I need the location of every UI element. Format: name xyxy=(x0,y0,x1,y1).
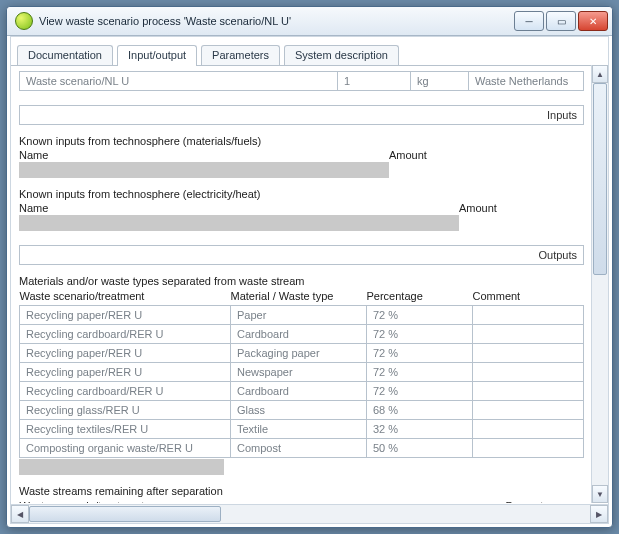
remaining-label: Waste streams remaining after separation xyxy=(19,485,584,497)
table-cell[interactable]: Textile xyxy=(231,420,367,439)
close-button[interactable]: ✕ xyxy=(578,11,608,31)
table-row[interactable]: Recycling cardboard/RER UCardboard72 % xyxy=(20,325,584,344)
separated-label: Materials and/or waste types separated f… xyxy=(19,275,584,287)
table-row[interactable]: Recycling cardboard/RER UCardboard72 % xyxy=(20,382,584,401)
table-cell[interactable]: Cardboard xyxy=(231,325,367,344)
horizontal-scrollbar[interactable]: ◀ ▶ xyxy=(11,504,608,523)
scroll-right-icon[interactable]: ▶ xyxy=(590,505,608,523)
table-cell[interactable]: 72 % xyxy=(367,306,473,325)
table-cell[interactable] xyxy=(473,344,584,363)
process-amount-cell[interactable]: 1 xyxy=(338,72,411,90)
known-inputs-eh-label: Known inputs from technosphere (electric… xyxy=(19,188,584,200)
table-row[interactable]: Composting organic waste/RER UCompost50 … xyxy=(20,439,584,458)
table-cell[interactable]: Packaging paper xyxy=(231,344,367,363)
table-cell[interactable] xyxy=(473,420,584,439)
table-cell[interactable] xyxy=(473,401,584,420)
minimize-button[interactable]: ─ xyxy=(514,11,544,31)
table-cell[interactable]: Recycling paper/RER U xyxy=(20,344,231,363)
window-frame: View waste scenario process 'Waste scena… xyxy=(6,6,613,528)
table-cell[interactable] xyxy=(473,363,584,382)
col-amount: Amount xyxy=(389,149,427,161)
process-summary-row: Waste scenario/NL U 1 kg Waste Netherlan… xyxy=(19,71,584,91)
scroll-left-icon[interactable]: ◀ xyxy=(11,505,29,523)
table-cell[interactable] xyxy=(473,306,584,325)
vertical-scrollbar[interactable]: ▲ ▼ xyxy=(591,65,608,503)
tab-documentation[interactable]: Documentation xyxy=(17,45,113,65)
table-cell[interactable]: Recycling glass/RER U xyxy=(20,401,231,420)
table-cell[interactable]: Recycling cardboard/RER U xyxy=(20,382,231,401)
table-cell[interactable]: Recycling textiles/RER U xyxy=(20,420,231,439)
scroll-up-icon[interactable]: ▲ xyxy=(592,65,608,83)
table-row[interactable]: Recycling paper/RER UPaper72 % xyxy=(20,306,584,325)
table-cell[interactable]: Glass xyxy=(231,401,367,420)
col-percentage: Percentage xyxy=(367,288,473,306)
tab-system-description[interactable]: System description xyxy=(284,45,399,65)
table-cell[interactable]: 32 % xyxy=(367,420,473,439)
col-amount: Amount xyxy=(459,202,497,214)
table-cell[interactable]: 72 % xyxy=(367,382,473,401)
content-pane: Waste scenario/NL U 1 kg Waste Netherlan… xyxy=(11,65,592,503)
tab-input-output[interactable]: Input/output xyxy=(117,45,197,66)
client-area: Documentation Input/output Parameters Sy… xyxy=(10,36,609,524)
col-percentage: Percentage xyxy=(506,498,584,503)
table-cell[interactable]: Cardboard xyxy=(231,382,367,401)
table-cell[interactable] xyxy=(473,382,584,401)
remaining-table: Waste scenario/treatment Percentage Curb… xyxy=(19,498,584,503)
window-title: View waste scenario process 'Waste scena… xyxy=(39,15,514,27)
separated-empty-row[interactable] xyxy=(19,459,224,475)
table-cell[interactable]: 50 % xyxy=(367,439,473,458)
tab-strip: Documentation Input/output Parameters Sy… xyxy=(11,37,608,66)
table-cell[interactable]: Recycling paper/RER U xyxy=(20,363,231,382)
table-cell[interactable]: Composting organic waste/RER U xyxy=(20,439,231,458)
table-row[interactable]: Recycling glass/RER UGlass68 % xyxy=(20,401,584,420)
eh-empty-row[interactable] xyxy=(19,215,459,231)
col-name: Name xyxy=(19,149,389,161)
table-row[interactable]: Recycling paper/RER UNewspaper72 % xyxy=(20,363,584,382)
separated-table: Waste scenario/treatment Material / Wast… xyxy=(19,288,584,458)
vertical-scroll-thumb[interactable] xyxy=(593,83,607,275)
table-cell[interactable] xyxy=(473,325,584,344)
maximize-button[interactable]: ▭ xyxy=(546,11,576,31)
table-cell[interactable]: Recycling cardboard/RER U xyxy=(20,325,231,344)
table-cell[interactable] xyxy=(473,439,584,458)
table-row[interactable]: Recycling textiles/RER UTextile32 % xyxy=(20,420,584,439)
process-unit-cell[interactable]: kg xyxy=(411,72,469,90)
outputs-section-header: Outputs xyxy=(19,245,584,265)
process-name-cell[interactable]: Waste scenario/NL U xyxy=(20,72,338,90)
col-name: Name xyxy=(19,202,459,214)
app-icon xyxy=(15,12,33,30)
col-comment: Comment xyxy=(473,288,584,306)
table-cell[interactable]: 72 % xyxy=(367,325,473,344)
process-category-cell[interactable]: Waste Netherlands xyxy=(469,72,583,90)
known-inputs-mf-label: Known inputs from technosphere (material… xyxy=(19,135,584,147)
table-cell[interactable]: Paper xyxy=(231,306,367,325)
table-row[interactable]: Recycling paper/RER UPackaging paper72 % xyxy=(20,344,584,363)
col-material: Material / Waste type xyxy=(231,288,367,306)
title-bar[interactable]: View waste scenario process 'Waste scena… xyxy=(7,7,612,36)
table-cell[interactable]: Recycling paper/RER U xyxy=(20,306,231,325)
col-waste-scenario: Waste scenario/treatment xyxy=(20,498,506,503)
horizontal-scroll-thumb[interactable] xyxy=(29,506,221,522)
table-cell[interactable]: 72 % xyxy=(367,363,473,382)
tab-parameters[interactable]: Parameters xyxy=(201,45,280,65)
inputs-section-header: Inputs xyxy=(19,105,584,125)
table-cell[interactable]: 72 % xyxy=(367,344,473,363)
scroll-down-icon[interactable]: ▼ xyxy=(592,485,608,503)
table-cell[interactable]: Compost xyxy=(231,439,367,458)
mf-empty-row[interactable] xyxy=(19,162,389,178)
table-cell[interactable]: 68 % xyxy=(367,401,473,420)
col-waste-scenario: Waste scenario/treatment xyxy=(20,288,231,306)
table-cell[interactable]: Newspaper xyxy=(231,363,367,382)
